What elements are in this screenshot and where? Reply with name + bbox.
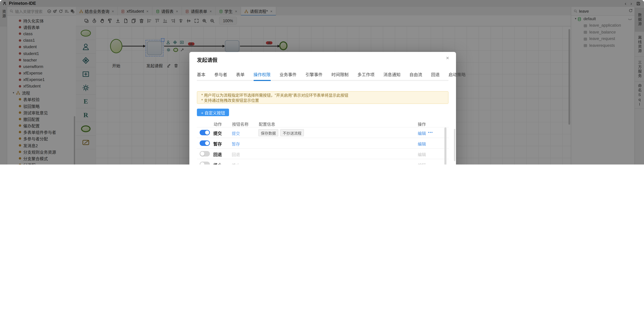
modal-tab[interactable]: 回退 — [431, 71, 440, 81]
config-tag: 不抄送流程 — [280, 129, 304, 136]
toggle-switch[interactable] — [200, 151, 210, 156]
config-tag: 保存数据 — [258, 129, 278, 136]
more-icon[interactable]: ••• — [428, 130, 433, 134]
edit-link[interactable]: 编辑 — [418, 141, 426, 147]
table-row: 终止 终止 编辑 — [197, 159, 449, 164]
notice-line-1: * 用户可以为流程指定环节选择所需按钮，"开关启用"表示对应环节表单将显示此按钮 — [201, 93, 444, 98]
modal-tab[interactable]: 引擎事件 — [306, 71, 322, 81]
modal-tab[interactable]: 启动策略 — [448, 71, 466, 81]
table-row: 回退 回退 编辑 — [197, 149, 449, 159]
table-row: 提交 提交 保存数据不抄送流程 编辑 ••• — [197, 127, 449, 138]
modal-tab[interactable]: 操作权限 — [254, 71, 270, 81]
modal-tab[interactable]: 基本 — [197, 71, 206, 81]
modal-tab[interactable]: 自由流 — [409, 71, 422, 81]
modal-title: 发起请假 — [197, 56, 218, 63]
notice-banner: * 用户可以为流程指定环节选择所需按钮，"开关启用"表示对应环节表单将显示此按钮… — [197, 91, 448, 104]
table-header: 动作 按钮名称 配置信息 操作 — [197, 120, 448, 127]
toggle-switch[interactable] — [200, 130, 210, 135]
close-icon[interactable]: × — [446, 55, 449, 61]
notice-line-2: * 支持通过拖拽改变按钮显示位置 — [201, 98, 444, 103]
app-window: Primeton-IDE ‹ › 资源 输入关键字搜索 持久化实体请假表单cla… — [0, 0, 644, 164]
modal-tab-bar: 基本参与者表单操作权限业务事件引擎事件时间限制多工作项消息通知自由流回退启动策略 — [197, 71, 448, 81]
add-custom-button[interactable]: + 自定义按钮 — [197, 109, 229, 116]
modal-tab[interactable]: 时间限制 — [332, 71, 348, 81]
edit-link[interactable]: 编辑 — [418, 151, 426, 157]
button-table: 提交 提交 保存数据不抄送流程 编辑 ••• 暂存 暂存 编辑 回退 回退 编辑… — [197, 127, 449, 164]
toggle-switch[interactable] — [200, 162, 210, 164]
table-row: 暂存 暂存 编辑 — [197, 138, 449, 149]
edit-link[interactable]: 编辑 — [418, 130, 426, 136]
modal-tab[interactable]: 多工作项 — [358, 71, 374, 81]
toggle-switch[interactable] — [200, 140, 210, 146]
edit-link[interactable]: 编辑 — [418, 162, 426, 164]
modal-tab[interactable]: 消息通知 — [383, 71, 400, 81]
modal-tab[interactable]: 表单 — [236, 71, 244, 81]
modal-tab[interactable]: 参与者 — [214, 71, 227, 81]
modal-tab[interactable]: 业务事件 — [280, 71, 296, 81]
node-config-modal: 发起请假 × 基本参与者表单操作权限业务事件引擎事件时间限制多工作项消息通知自由… — [189, 52, 456, 164]
table-scrollbar[interactable] — [444, 127, 446, 164]
modal-scrollbar[interactable] — [454, 129, 455, 161]
